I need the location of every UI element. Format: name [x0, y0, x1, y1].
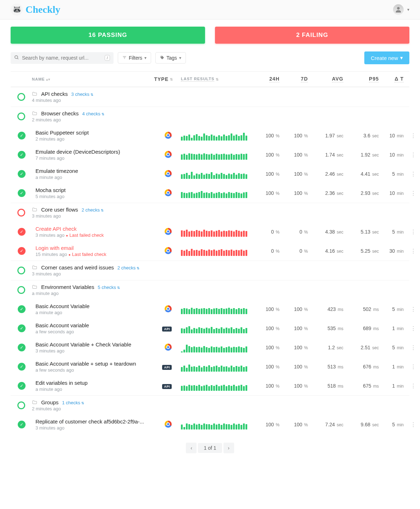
- col-24h[interactable]: 24H: [255, 76, 284, 82]
- col-avg[interactable]: AVG: [312, 76, 348, 82]
- row-menu-button[interactable]: ⋮: [408, 363, 419, 370]
- row-menu-button[interactable]: ⋮: [408, 344, 419, 351]
- val-p95: 2.93 sec: [348, 190, 383, 196]
- group-row-corner-cases[interactable]: Corner cases and weird issues 2 checks⇅ …: [11, 261, 409, 280]
- group-row-api-checks[interactable]: API checks 3 checks⇅ 4 minutes ago: [11, 87, 409, 106]
- check-row[interactable]: ✓ Basic Puppeteer script 2 minutes ago 1…: [11, 126, 409, 145]
- col-p95[interactable]: P95: [348, 76, 383, 82]
- check-row[interactable]: ✓ Basic Account variable + setup + teard…: [11, 357, 409, 376]
- status-dot: ✓: [18, 151, 26, 159]
- group-row-env-vars[interactable]: Environment Variables 5 checks⇅ a minute…: [11, 280, 409, 300]
- api-badge: API: [162, 384, 172, 389]
- check-row[interactable]: ✓ Replicate of customer check af5d6bc2-2…: [11, 415, 409, 434]
- group-row-core-user-flows[interactable]: Core user flows 2 checks⇅ 3 minutes ago: [11, 203, 409, 222]
- val-dt: 1 min: [383, 364, 408, 370]
- search-input[interactable]: [22, 55, 102, 61]
- next-page-button[interactable]: ›: [223, 443, 234, 453]
- create-new-button[interactable]: Create new ▾: [364, 51, 409, 64]
- check-timestamp: 2 minutes ago: [35, 136, 149, 142]
- check-row[interactable]: ✓ Create API check 3 minutes ago●Last fa…: [11, 222, 409, 241]
- group-row-browser-checks[interactable]: Browser checks 4 checks⇅ 2 minutes ago: [11, 106, 409, 126]
- sparkline: [181, 169, 255, 179]
- group-title: API checks: [41, 91, 68, 97]
- brand-logo[interactable]: 🦝 Checkly: [11, 4, 60, 16]
- row-menu-button[interactable]: ⋮: [408, 325, 419, 332]
- check-row[interactable]: ✓ Basic Account Variable + Check Variabl…: [11, 338, 409, 357]
- col-7d[interactable]: 7D: [284, 76, 312, 82]
- expand-icon: ⇅: [137, 266, 139, 270]
- check-row[interactable]: ✓ Mocha script 5 minutes ago 100 % 100 %…: [11, 184, 409, 203]
- check-row[interactable]: ✓ Basic Account Variable a minute ago 10…: [11, 300, 409, 319]
- group-checks-link[interactable]: 2 checks⇅: [117, 265, 139, 270]
- group-row-groups[interactable]: Groups 1 checks⇅ 2 minutes ago: [11, 395, 409, 415]
- group-checks-link[interactable]: 3 checks⇅: [71, 92, 93, 97]
- brand-name: Checkly: [26, 4, 60, 15]
- check-row[interactable]: ✓ Basic Account variable a few seconds a…: [11, 319, 409, 338]
- group-title: Corner cases and weird issues: [41, 264, 114, 270]
- group-checks-link[interactable]: 5 checks⇅: [98, 285, 120, 290]
- val-p95: 9.68 sec: [348, 422, 383, 427]
- col-type[interactable]: TYPE⇅: [149, 76, 177, 82]
- row-menu-button[interactable]: ⋮: [408, 229, 419, 235]
- val-p95: 5.25 sec: [348, 248, 383, 254]
- check-name: Create API check: [35, 226, 149, 232]
- val-dt: 1 min: [383, 325, 408, 331]
- val-p95: 502 ms: [348, 306, 383, 312]
- chrome-icon: [165, 132, 172, 139]
- col-last-results[interactable]: LAST RESULTS⇅: [177, 77, 255, 82]
- check-row[interactable]: ✓ Edit variables in setup a minute ago A…: [11, 376, 409, 395]
- check-row[interactable]: ✓ Emulate timezone a minute ago 100 % 10…: [11, 164, 409, 184]
- check-row[interactable]: ✓ Login with email 15 minutes ago●Last f…: [11, 241, 409, 261]
- prev-page-button[interactable]: ‹: [186, 443, 197, 453]
- search-box[interactable]: /: [11, 52, 114, 64]
- filters-label: Filters: [129, 55, 142, 61]
- group-title: Browser checks: [41, 110, 79, 116]
- sparkline: [181, 381, 255, 391]
- folder-icon: [32, 400, 38, 405]
- sparkline: [181, 343, 255, 352]
- col-dt[interactable]: Δ T: [383, 76, 408, 82]
- status-dot: ✓: [18, 382, 26, 390]
- row-menu-button[interactable]: ⋮: [408, 152, 419, 158]
- group-timestamp: 4 minutes ago: [32, 98, 409, 103]
- group-checks-link[interactable]: 4 checks⇅: [82, 111, 104, 116]
- status-dot: ✓: [18, 305, 26, 313]
- failing-tile[interactable]: 2 FAILING: [215, 27, 409, 44]
- passing-tile[interactable]: 16 PASSING: [11, 27, 205, 44]
- val-24h: 100 %: [255, 422, 284, 427]
- val-7d: 100 %: [284, 364, 312, 370]
- sort-icon: ⇅: [170, 77, 173, 81]
- check-timestamp: a few seconds ago: [35, 367, 149, 373]
- col-name[interactable]: NAME▴▾: [32, 77, 149, 81]
- tags-button[interactable]: Tags ▾: [155, 52, 186, 64]
- status-dot: ✓: [18, 324, 26, 332]
- status-ring: [17, 401, 25, 409]
- row-menu-button[interactable]: ⋮: [408, 421, 419, 428]
- check-name: Basic Puppeteer script: [35, 130, 149, 136]
- group-checks-link[interactable]: 2 checks⇅: [82, 207, 104, 213]
- row-menu-button[interactable]: ⋮: [408, 132, 419, 139]
- user-menu[interactable]: ▾: [393, 4, 409, 15]
- row-menu-button[interactable]: ⋮: [408, 383, 419, 389]
- filters-button[interactable]: Filters ▾: [118, 52, 151, 64]
- val-avg: 1.74 sec: [312, 152, 348, 158]
- group-checks-link[interactable]: 1 checks⇅: [62, 400, 84, 405]
- chrome-icon: [165, 189, 172, 196]
- row-menu-button[interactable]: ⋮: [408, 171, 419, 177]
- val-avg: 1.97 sec: [312, 133, 348, 138]
- check-row[interactable]: ✓ Emulate device (DeviceDescriptors) 7 m…: [11, 145, 409, 164]
- val-avg: 1.2 sec: [312, 345, 348, 350]
- status-dot: ✓: [18, 189, 26, 197]
- row-menu-button[interactable]: ⋮: [408, 190, 419, 197]
- val-avg: 4.16 sec: [312, 248, 348, 254]
- chrome-icon: [165, 151, 172, 158]
- val-dt: 5 min: [383, 422, 408, 427]
- group-timestamp: 3 minutes ago: [32, 213, 409, 219]
- row-menu-button[interactable]: ⋮: [408, 306, 419, 313]
- check-timestamp: a few seconds ago: [35, 329, 149, 334]
- val-7d: 100 %: [284, 152, 312, 158]
- val-p95: 1.92 sec: [348, 152, 383, 158]
- row-menu-button[interactable]: ⋮: [408, 248, 419, 254]
- check-timestamp: a minute ago: [35, 310, 149, 315]
- status-dot: ✓: [18, 363, 26, 371]
